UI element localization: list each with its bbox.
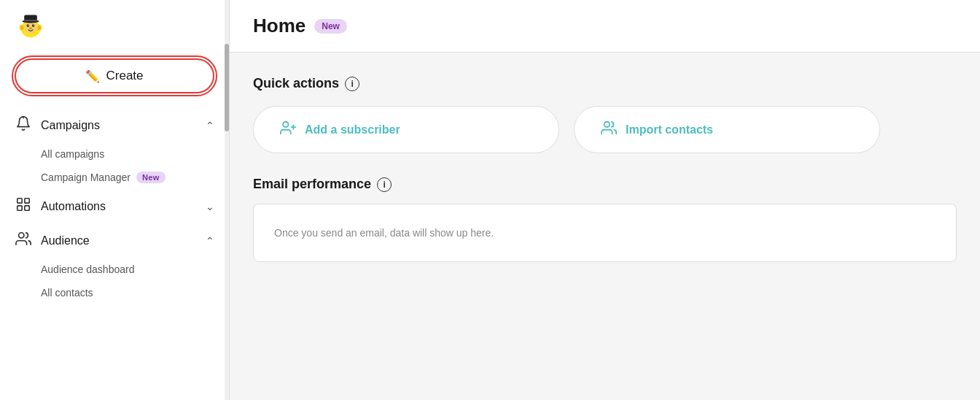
svg-rect-14 bbox=[24, 20, 37, 21]
nav-item-audience[interactable]: Audience ⌃ bbox=[0, 223, 229, 258]
nav-sub-campaign-manager[interactable]: Campaign Manager New bbox=[0, 166, 229, 189]
automations-label: Automations bbox=[41, 200, 197, 213]
svg-point-21 bbox=[283, 122, 288, 127]
nav-section: Campaigns ⌃ All campaigns Campaign Manag… bbox=[0, 105, 229, 307]
audience-dashboard-label: Audience dashboard bbox=[41, 264, 134, 275]
email-performance-section: Email performance i Once you send an ema… bbox=[253, 177, 957, 262]
svg-point-20 bbox=[19, 233, 24, 238]
logo-container bbox=[0, 0, 229, 53]
main-content: Home New Quick actions i Add bbox=[230, 0, 980, 400]
header-new-badge: New bbox=[314, 19, 347, 34]
svg-point-8 bbox=[32, 24, 35, 27]
email-perf-placeholder: Once you send an email, data will show u… bbox=[274, 227, 494, 239]
automations-icon bbox=[15, 196, 32, 216]
nav-sub-all-contacts[interactable]: All contacts bbox=[0, 281, 229, 304]
quick-actions-title: Quick actions bbox=[253, 76, 339, 91]
import-contacts-button[interactable]: Import contacts bbox=[574, 106, 880, 153]
campaigns-icon bbox=[15, 115, 32, 135]
email-perf-header: Email performance i bbox=[253, 177, 957, 192]
add-subscriber-button[interactable]: Add a subscriber bbox=[253, 106, 559, 153]
page-header: Home New bbox=[230, 0, 980, 53]
nav-item-automations[interactable]: Automations ⌄ bbox=[0, 189, 229, 223]
pencil-icon: ✏️ bbox=[85, 69, 100, 83]
quick-actions-row: Add a subscriber Import contacts bbox=[253, 106, 957, 153]
sidebar: ✏️ Create Campaigns ⌃ All campaigns Camp… bbox=[0, 0, 230, 400]
audience-label: Audience bbox=[41, 234, 197, 247]
campaign-manager-badge: New bbox=[136, 172, 166, 183]
email-perf-title: Email performance bbox=[253, 177, 371, 192]
svg-point-5 bbox=[38, 26, 41, 30]
mailchimp-logo bbox=[15, 12, 47, 44]
svg-point-24 bbox=[604, 122, 610, 127]
svg-point-10 bbox=[34, 25, 34, 26]
email-perf-info-icon[interactable]: i bbox=[377, 177, 392, 192]
quick-actions-info-label: i bbox=[351, 79, 353, 89]
all-campaigns-label: All campaigns bbox=[41, 148, 104, 160]
automations-chevron: ⌄ bbox=[206, 201, 214, 212]
svg-point-9 bbox=[28, 25, 28, 26]
campaign-manager-label: Campaign Manager bbox=[41, 172, 131, 183]
email-perf-card: Once you send an email, data will show u… bbox=[253, 204, 957, 262]
svg-point-11 bbox=[29, 27, 32, 29]
content-area: Quick actions i Add a subscriber bbox=[230, 53, 980, 285]
svg-rect-18 bbox=[18, 206, 22, 210]
svg-rect-19 bbox=[25, 206, 29, 210]
svg-rect-16 bbox=[18, 199, 22, 203]
scrollbar-thumb[interactable] bbox=[225, 44, 229, 131]
svg-point-4 bbox=[20, 26, 23, 30]
import-contacts-icon bbox=[601, 120, 617, 139]
audience-chevron: ⌃ bbox=[206, 235, 214, 247]
create-button-wrapper: ✏️ Create bbox=[0, 53, 229, 105]
add-subscriber-icon bbox=[280, 120, 296, 139]
all-contacts-label: All contacts bbox=[41, 287, 93, 299]
nav-sub-all-campaigns[interactable]: All campaigns bbox=[0, 142, 229, 166]
page-title: Home bbox=[253, 15, 306, 37]
campaigns-chevron: ⌃ bbox=[206, 120, 214, 131]
import-contacts-label: Import contacts bbox=[626, 123, 713, 136]
svg-rect-17 bbox=[25, 199, 29, 203]
svg-point-7 bbox=[27, 24, 30, 27]
audience-icon bbox=[15, 231, 32, 250]
add-subscriber-label: Add a subscriber bbox=[305, 123, 400, 136]
nav-sub-audience-dashboard[interactable]: Audience dashboard bbox=[0, 258, 229, 281]
scrollbar-track bbox=[225, 0, 229, 400]
nav-item-campaigns[interactable]: Campaigns ⌃ bbox=[0, 108, 229, 142]
create-button-label: Create bbox=[106, 69, 143, 83]
create-button[interactable]: ✏️ Create bbox=[15, 58, 214, 93]
campaigns-label: Campaigns bbox=[41, 119, 197, 132]
quick-actions-info-icon[interactable]: i bbox=[345, 77, 359, 91]
email-perf-info-label: i bbox=[383, 180, 385, 190]
quick-actions-header: Quick actions i bbox=[253, 76, 957, 91]
